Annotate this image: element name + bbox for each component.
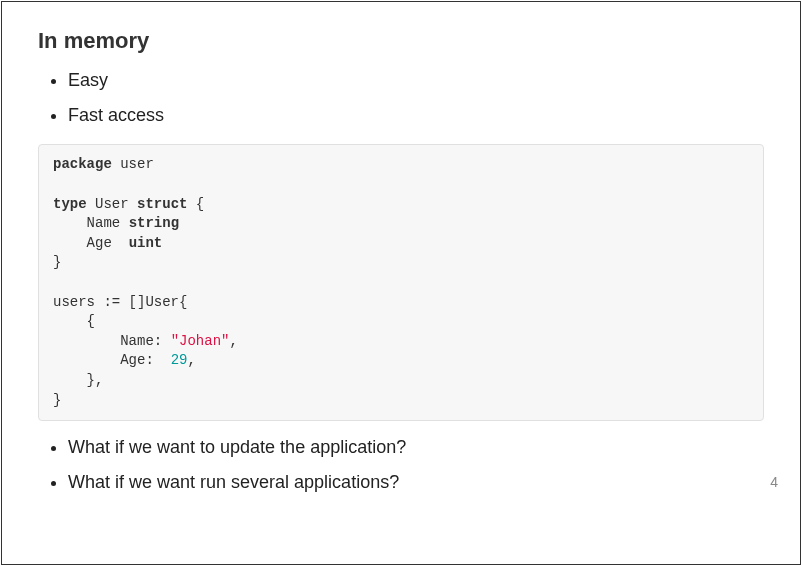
code-string: "Johan" (171, 333, 230, 349)
slide: In memory Easy Fast access package user … (1, 1, 801, 565)
code-text: } (53, 392, 61, 408)
code-keyword: struct (137, 196, 187, 212)
bullet-item: Fast access (68, 103, 764, 128)
bullet-list-bottom: What if we want to update the applicatio… (38, 435, 764, 495)
bullet-item: What if we want run several applications… (68, 470, 764, 495)
page-title: In memory (38, 28, 764, 54)
code-text: , (229, 333, 237, 349)
code-number: 29 (171, 352, 188, 368)
code-text: users := []User{ (53, 294, 187, 310)
code-text: , (187, 352, 195, 368)
code-text: } (53, 254, 61, 270)
code-keyword: package (53, 156, 112, 172)
code-block: package user type User struct { Name str… (38, 144, 764, 421)
code-text: { (53, 313, 95, 329)
code-keyword: uint (129, 235, 163, 251)
bullet-item: Easy (68, 68, 764, 93)
code-keyword: string (129, 215, 179, 231)
code-text: Name (87, 215, 121, 231)
code-text: user (120, 156, 154, 172)
bullet-list-top: Easy Fast access (38, 68, 764, 128)
code-text: { (187, 196, 204, 212)
code-text: }, (53, 372, 103, 388)
bullet-item: What if we want to update the applicatio… (68, 435, 764, 460)
code-text: Name: (53, 333, 171, 349)
code-text: User (95, 196, 129, 212)
page-number: 4 (770, 474, 778, 490)
code-text: Age: (53, 352, 171, 368)
code-keyword: type (53, 196, 87, 212)
code-text: Age (87, 235, 112, 251)
